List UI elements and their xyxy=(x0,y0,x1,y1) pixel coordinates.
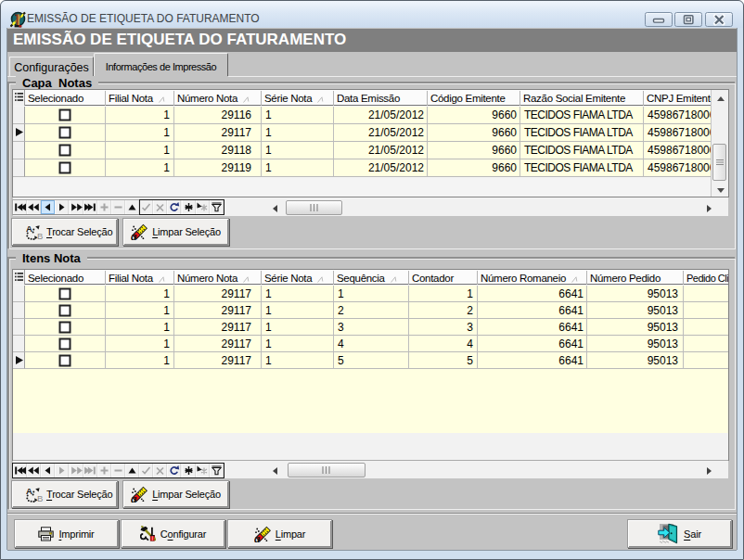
svg-text:a: a xyxy=(131,229,137,241)
svg-text:B: B xyxy=(37,493,43,503)
svg-text:a: a xyxy=(131,491,137,503)
svg-text:A: A xyxy=(26,486,32,496)
svg-text:B: B xyxy=(37,231,43,240)
svg-text:a: a xyxy=(254,530,261,542)
svg-text:A: A xyxy=(26,223,32,234)
